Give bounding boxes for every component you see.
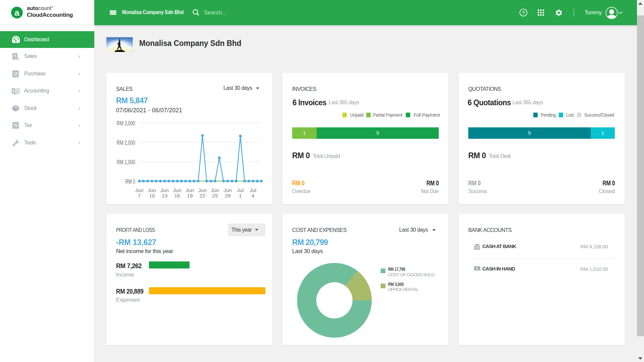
svg-text:Jun: Jun [148,187,156,193]
svg-text:Jun: Jun [173,187,181,193]
svg-text:Jun: Jun [160,187,169,193]
svg-text:RM 1,000: RM 1,000 [117,159,135,166]
svg-text:22: 22 [200,193,205,198]
svg-text:$: $ [14,54,16,57]
svg-text:13: 13 [162,193,167,198]
svg-text:RM 3,000: RM 3,000 [117,120,135,127]
svg-text:Jun: Jun [223,187,232,193]
svg-text:?: ? [522,10,525,15]
svg-text:RM 0: RM 0 [125,178,136,185]
svg-text:$: $ [13,89,15,93]
svg-text:10: 10 [149,193,155,198]
svg-text:28: 28 [225,193,230,198]
svg-text:RM 2,000: RM 2,000 [117,139,135,146]
svg-text:16: 16 [174,193,180,198]
svg-text:Jun: Jun [198,187,207,193]
svg-text:25: 25 [212,193,218,198]
svg-text:Jul: Jul [250,187,256,193]
svg-text:19: 19 [187,193,193,198]
svg-text:Jun: Jun [185,187,194,193]
svg-text:Jun: Jun [211,187,219,193]
svg-text:7: 7 [138,193,141,198]
svg-text:1: 1 [239,193,242,198]
svg-text:a: a [14,8,19,18]
svg-text:Jun: Jun [135,187,144,193]
svg-text:Jul: Jul [237,187,244,193]
svg-text:4: 4 [252,193,255,198]
